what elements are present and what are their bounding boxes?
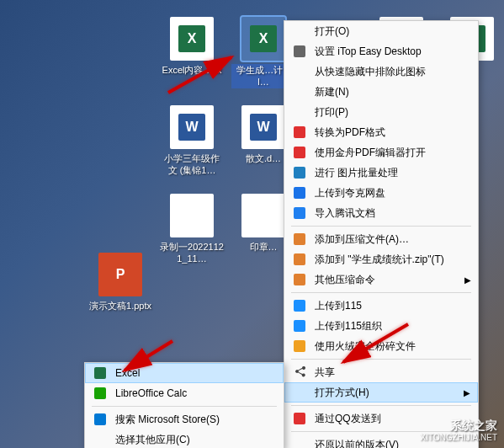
image-icon (291, 165, 308, 180)
context-menu-main: 打开(O)设置 iTop Easy Desktop从快速隐藏中排除此图标新建(N… (284, 20, 479, 448)
svg-rect-13 (94, 367, 106, 379)
openwith-other[interactable]: 选择其他应用(C) (85, 429, 284, 448)
other-compress[interactable]: 其他压缩命令▶ (284, 269, 478, 290)
file-thumbnail: W (241, 105, 285, 149)
open-jinzhou-pdf[interactable]: 使用金舟PDF编辑器打开 (284, 142, 478, 163)
upload-115-org[interactable]: 上传到115组织 (284, 316, 478, 336)
svg-rect-8 (294, 274, 305, 285)
gear-icon (291, 44, 308, 59)
add-zip-named[interactable]: 添加到 "学生成绩统计.zip"(T) (284, 249, 478, 269)
tencent-doc-icon (291, 205, 308, 221)
svg-rect-3 (294, 167, 305, 179)
svg-rect-7 (294, 253, 305, 265)
shred-huorong[interactable]: 使用火绒安全粉碎文件 (284, 336, 478, 356)
openwith-excel[interactable]: Excel (85, 363, 284, 383)
open-with[interactable]: 打开方式(H)▶ (284, 382, 478, 403)
svg-rect-5 (294, 207, 305, 219)
libreoffice-icon (92, 386, 109, 401)
blank-icon (92, 432, 109, 447)
svg-rect-1 (294, 126, 305, 138)
file-excel-1[interactable]: XExcel内容…sx (160, 17, 224, 76)
file-thumbnail (241, 194, 285, 237)
file-label: 小学三年级作文 (集锦1… (160, 152, 224, 177)
blank-icon (291, 64, 308, 79)
rar-icon (291, 232, 308, 247)
import-tencent[interactable]: 导入腾讯文档 (284, 203, 478, 223)
svg-rect-6 (294, 233, 305, 245)
upload-quark[interactable]: 上传到夸克网盘 (284, 183, 478, 203)
huorong-icon (291, 339, 308, 354)
excel-icon (92, 365, 109, 381)
qq-icon (291, 411, 308, 426)
file-thumbnail: W (170, 105, 214, 149)
file-label: 演示文稿1.pptx (88, 300, 152, 312)
print[interactable]: 打印(P) (284, 102, 478, 122)
115-icon (291, 298, 308, 313)
watermark: 系统之家 XITONGZHIJIA.NET (421, 419, 498, 443)
batch-image[interactable]: 进行 图片批量处理 (284, 163, 478, 183)
submenu-arrow-icon: ▶ (464, 388, 470, 397)
quark-icon (291, 185, 308, 200)
file-ppt[interactable]: P演示文稿1.pptx (88, 253, 152, 312)
svg-rect-14 (94, 387, 106, 399)
svg-rect-12 (294, 413, 305, 424)
file-thumbnail (170, 194, 214, 237)
context-menu-openwith: ExcelLibreOffice Calc搜索 Microsoft Store(… (84, 362, 284, 448)
open[interactable]: 打开(O) (284, 21, 478, 41)
file-word-1[interactable]: W小学三年级作文 (集锦1… (160, 105, 224, 177)
svg-rect-11 (294, 340, 305, 352)
blank-icon (291, 24, 308, 39)
new[interactable]: 新建(N) (284, 82, 478, 102)
115-icon (291, 318, 308, 333)
blank-icon (291, 385, 308, 400)
pdf-red-icon (291, 145, 308, 160)
blank-icon (291, 84, 308, 99)
add-archive[interactable]: 添加到压缩文件(A)… (284, 229, 478, 249)
file-label: Excel内容…sx (160, 64, 224, 76)
pdf-red-icon (291, 125, 308, 140)
svg-rect-9 (294, 300, 305, 312)
file-thumbnail: X (241, 17, 285, 61)
exclude-hide[interactable]: 从快速隐藏中排除此图标 (284, 61, 478, 82)
blank-icon (291, 104, 308, 120)
upload-115[interactable]: 上传到115 (284, 296, 478, 316)
file-thumbnail: P (98, 253, 142, 296)
msstore-icon (92, 412, 109, 427)
svg-rect-15 (94, 413, 106, 425)
share[interactable]: 共享 (284, 362, 478, 382)
svg-rect-4 (294, 187, 305, 199)
openwith-libreoffice[interactable]: LibreOffice Calc (85, 383, 284, 403)
rar-icon (291, 272, 308, 287)
convert-pdf[interactable]: 转换为PDF格式 (284, 122, 478, 142)
share-icon (291, 365, 308, 380)
svg-rect-10 (294, 320, 305, 332)
file-thumbnail: X (170, 17, 214, 61)
submenu-arrow-icon: ▶ (464, 275, 471, 285)
file-video[interactable]: 录制一20221121_11… (160, 194, 224, 265)
desktop[interactable]: XExcel内容…sxX学生成…计.xl…XXW小学三年级作文 (集锦1…W散文… (0, 0, 504, 448)
svg-rect-2 (294, 147, 305, 158)
file-label: 录制一20221121_11… (160, 241, 224, 265)
blank-icon (291, 437, 308, 448)
itop-settings[interactable]: 设置 iTop Easy Desktop (284, 41, 478, 61)
openwith-msstore[interactable]: 搜索 Microsoft Store(S) (85, 409, 284, 429)
rar-icon (291, 252, 308, 267)
svg-rect-0 (294, 45, 305, 57)
